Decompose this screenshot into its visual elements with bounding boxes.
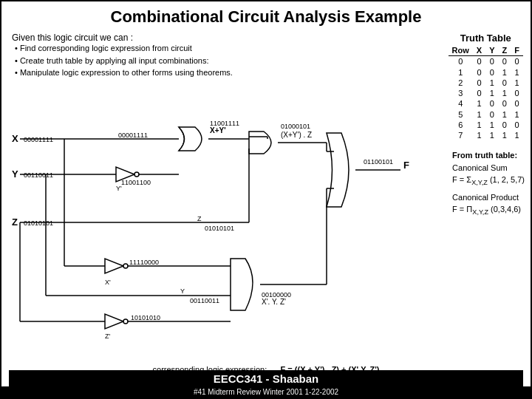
x-not-signal: 11110000	[129, 259, 159, 266]
not-gate-z	[105, 314, 123, 329]
z-signal: 01010101	[24, 219, 53, 227]
input-y-label: Y	[12, 168, 18, 180]
z-signal-mid: 01010101	[205, 225, 234, 232]
xplusy-z-signal: 01000101	[281, 123, 310, 130]
x-not-label: X'	[105, 279, 111, 286]
footer-text: #41 Midterm Review Winter 2001 1-22-2002	[194, 388, 338, 396]
eecc-bar: EECC341 - Shaaban	[9, 370, 523, 387]
and-gate-2	[231, 259, 253, 310]
not-bubble-x	[123, 264, 128, 268]
not-bubble-y	[134, 172, 139, 177]
xyzprime-label: X'. Y. Z'	[262, 298, 286, 306]
truth-table-title: Truth Table	[449, 33, 523, 44]
input-x-label: X	[12, 133, 18, 144]
page-title: Combinational Circuit Analysis Example	[1, 1, 531, 30]
th-z: Z	[499, 45, 511, 56]
y-not-signal: 11001100	[121, 179, 151, 186]
th-y: Y	[485, 45, 498, 56]
x-signal: 00001111	[24, 136, 53, 143]
main-container: Combinational Circuit Analysis Example G…	[0, 0, 532, 399]
or-gate-2	[327, 133, 349, 207]
th-row: Row	[449, 45, 473, 56]
f-label: F	[403, 160, 409, 171]
th-x: X	[473, 45, 485, 56]
th-f: F	[511, 45, 523, 56]
xplusy-label: X+Y'	[210, 126, 226, 134]
not-bubble-z	[123, 319, 128, 324]
bullet-4: Manipulate logic expression to other for…	[15, 66, 233, 79]
z-prime-label: Z'	[105, 332, 110, 340]
and-gate-1	[249, 132, 271, 154]
bullets-section: Find corresponding logic expression from…	[15, 42, 233, 79]
circuit-svg: X Y Z 00001111 00001111 00110011 Y' 1100…	[1, 111, 532, 340]
x-after-signal: 00001111	[118, 132, 148, 139]
xplusy-z-label: (X+Y') . Z	[281, 131, 312, 139]
eecc-text: EECC341 - Shaaban	[214, 372, 319, 385]
given-text: Given this logic circuit we can :	[12, 33, 133, 43]
y-signal-2: 00110011	[190, 297, 219, 304]
z-label-mid: Z	[197, 215, 202, 222]
not-gate-x	[105, 259, 123, 273]
y-label-2: Y	[180, 287, 185, 295]
z-prime-signal: 10101010	[131, 314, 160, 321]
xplusy-signal: 11001111	[210, 120, 239, 127]
circuit-area: X Y Z 00001111 00001111 00110011 Y' 1100…	[1, 111, 532, 340]
y-signal: 00110011	[24, 171, 53, 179]
bullet-1: Find corresponding logic expression from…	[15, 42, 233, 55]
f-signal: 01100101	[364, 158, 393, 166]
input-z-label: Z	[12, 216, 18, 228]
footer-bar: #41 Midterm Review Winter 2001 1-22-2002	[1, 386, 531, 398]
bullet-2: Create truth table by applying all input…	[15, 55, 233, 67]
